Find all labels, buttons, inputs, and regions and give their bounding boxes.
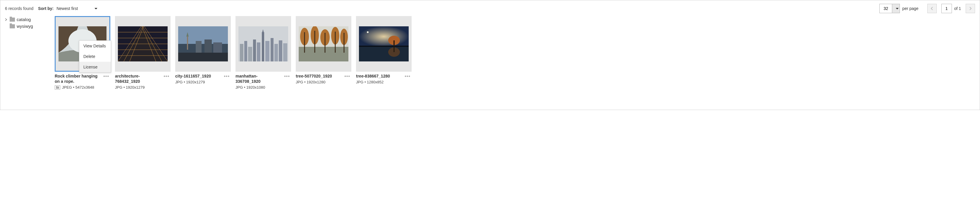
thumbnail-wrap[interactable]: View Details Delete License: [55, 16, 110, 72]
stock-badge: St: [55, 85, 60, 89]
chevron-right-icon: [969, 7, 972, 10]
chevron-left-icon: [931, 7, 933, 10]
card-title: Rock climber hanging on a rope.: [55, 73, 101, 84]
chevron-down-icon: [94, 8, 97, 10]
svg-rect-48: [359, 46, 409, 61]
sort-value: Newest first: [56, 6, 92, 11]
svg-rect-30: [265, 41, 269, 61]
svg-point-50: [367, 31, 369, 33]
card-meta: JPEG • 5472x3648: [62, 85, 94, 89]
svg-rect-23: [240, 44, 243, 61]
more-options-button[interactable]: •••: [283, 73, 291, 79]
more-options-button[interactable]: •••: [102, 73, 110, 79]
prev-page-button[interactable]: [928, 4, 937, 13]
more-options-button[interactable]: •••: [223, 73, 231, 79]
thumbnail-wrap[interactable]: [296, 16, 352, 72]
card-title: architecture-768432_1920: [115, 73, 161, 84]
more-options-button[interactable]: •••: [162, 73, 170, 79]
tree-item-label: catalog: [17, 17, 31, 22]
svg-rect-36: [299, 47, 348, 61]
thumbnail-wrap[interactable]: [175, 16, 231, 72]
context-menu-view-details[interactable]: View Details: [79, 41, 111, 51]
svg-rect-19: [204, 40, 212, 53]
svg-rect-54: [393, 46, 395, 52]
svg-rect-33: [279, 40, 282, 61]
records-found-label: 6 records found: [5, 6, 33, 11]
svg-rect-47: [359, 26, 409, 47]
gallery-card[interactable]: tree-838667_1280 JPG • 1280x852 •••: [356, 16, 412, 89]
svg-rect-16: [187, 35, 188, 50]
svg-rect-18: [196, 41, 202, 53]
next-page-button[interactable]: [966, 4, 975, 13]
thumbnail-image: [299, 26, 348, 61]
thumbnail-wrap[interactable]: [356, 16, 412, 72]
thumbnail-image: [178, 26, 228, 61]
svg-rect-24: [244, 41, 247, 61]
thumbnail-wrap[interactable]: [235, 16, 291, 72]
thumbnail-image: [239, 26, 288, 61]
svg-rect-14: [178, 26, 228, 44]
svg-rect-28: [262, 32, 264, 61]
svg-rect-21: [178, 53, 228, 61]
card-meta: JPG • 1920x1279: [115, 85, 161, 89]
svg-rect-27: [257, 42, 260, 61]
per-page-label: per page: [902, 6, 918, 11]
context-menu-delete[interactable]: Delete: [79, 51, 111, 62]
page-of-label: of 1: [954, 6, 961, 11]
tree-item-label: wysiwyg: [17, 24, 33, 29]
gallery-card[interactable]: city-1611657_1920 JPG • 1920x1279 •••: [175, 16, 231, 89]
chevron-down-icon: [896, 8, 899, 10]
thumbnail-image: [118, 26, 168, 61]
more-options-button[interactable]: •••: [343, 73, 352, 79]
card-meta: JPG • 1920x1279: [175, 80, 221, 84]
svg-rect-52: [393, 40, 395, 46]
svg-rect-26: [253, 40, 256, 61]
gallery-card[interactable]: architecture-768432_1920 JPG • 1920x1279…: [115, 16, 170, 89]
gallery-card[interactable]: manhattan-336708_1920 JPG • 1920x1080 ••…: [235, 16, 291, 89]
card-meta: JPG • 1920x1280: [296, 80, 342, 84]
thumbnail-image: [359, 26, 409, 61]
gallery-card[interactable]: View Details Delete License Rock climber…: [55, 16, 110, 89]
more-options-button[interactable]: •••: [403, 73, 412, 79]
context-menu-license[interactable]: License: [79, 62, 111, 72]
tree-item-wysiwyg[interactable]: wysiwyg: [5, 23, 55, 30]
page-input[interactable]: [941, 4, 952, 13]
tree-item-catalog[interactable]: catalog: [5, 16, 55, 23]
card-title: manhattan-336708_1920: [235, 73, 282, 84]
context-menu: View Details Delete License: [79, 40, 111, 73]
svg-rect-49: [359, 46, 409, 47]
card-meta: JPG • 1920x1080: [235, 85, 282, 89]
card-meta: JPG • 1280x852: [356, 80, 402, 84]
sort-by-label: Sort by:: [38, 6, 54, 11]
svg-rect-20: [213, 42, 222, 53]
folder-icon: [10, 24, 15, 29]
thumbnail-wrap[interactable]: [115, 16, 170, 72]
svg-rect-32: [274, 44, 278, 61]
sort-select[interactable]: Newest first: [56, 6, 97, 11]
svg-rect-34: [283, 43, 287, 61]
per-page-dropdown-button[interactable]: [892, 4, 900, 13]
image-gallery: View Details Delete License Rock climber…: [55, 16, 412, 89]
svg-rect-31: [270, 38, 274, 61]
chevron-right-icon: [5, 18, 9, 21]
svg-rect-25: [248, 47, 252, 61]
folder-icon: [10, 18, 15, 22]
folder-tree: catalog wysiwyg: [5, 16, 55, 89]
gallery-card[interactable]: tree-5077020_1920 JPG • 1920x1280 •••: [296, 16, 352, 89]
card-title: tree-5077020_1920: [296, 73, 342, 79]
card-title: tree-838667_1280: [356, 73, 402, 79]
card-title: city-1611657_1920: [175, 73, 221, 79]
per-page-input[interactable]: [879, 4, 892, 13]
